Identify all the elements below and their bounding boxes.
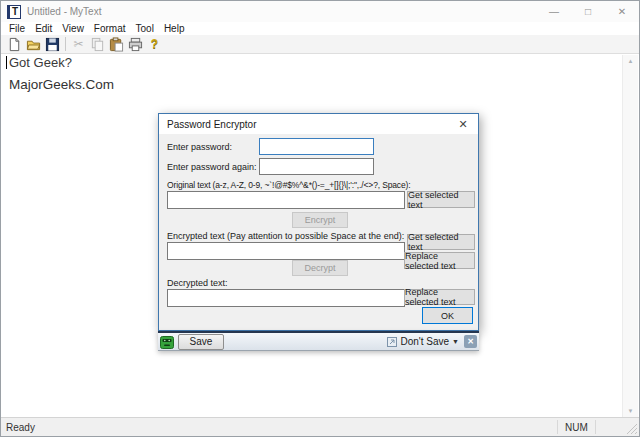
get-selected-text-button-encrypted[interactable]: Get selected text	[407, 234, 475, 250]
copy-button	[88, 36, 107, 53]
document-text-line: Got Geek?	[9, 55, 72, 70]
close-icon: ✕	[618, 6, 626, 17]
dialog-title-bar[interactable]: Password Encryptor ✕	[159, 114, 478, 134]
dialog-close-button[interactable]: ✕	[448, 114, 478, 134]
status-separator	[557, 420, 558, 434]
save-bar-close-icon: ✕	[467, 337, 474, 346]
document-text-line: MajorGeeks.Com	[9, 77, 114, 92]
password-input[interactable]	[259, 138, 374, 155]
paste-button[interactable]	[107, 36, 126, 53]
minimize-button[interactable]: —	[537, 1, 571, 22]
toolbar-separator	[65, 37, 66, 51]
menu-item-view[interactable]: View	[57, 23, 89, 34]
save-button-bar[interactable]: Save	[178, 334, 224, 350]
resize-grip[interactable]	[625, 422, 638, 435]
save-button[interactable]	[43, 36, 62, 53]
status-bar: Ready NUM	[1, 417, 639, 436]
cut-scissors-icon: ✂	[73, 37, 83, 51]
menu-item-tool[interactable]: Tool	[131, 23, 159, 34]
print-printer-icon	[128, 37, 143, 52]
app-icon: T	[7, 5, 21, 19]
app-window: T Untitled - MyText — □ ✕ File Edit View…	[0, 0, 640, 437]
text-caret	[6, 56, 7, 69]
menu-item-help[interactable]: Help	[159, 23, 190, 34]
enter-password-again-label: Enter password again:	[167, 162, 257, 172]
original-text-input[interactable]	[167, 191, 405, 209]
menu-item-edit[interactable]: Edit	[30, 23, 57, 34]
scroll-down-icon[interactable]: ▼	[623, 408, 638, 414]
title-bar: T Untitled - MyText — □ ✕	[1, 1, 639, 22]
save-floppy-icon	[45, 37, 60, 52]
print-button[interactable]	[126, 36, 145, 53]
maximize-icon: □	[585, 6, 591, 17]
password-manager-robot-icon	[160, 335, 174, 349]
dialog-title: Password Encryptor	[167, 119, 256, 130]
encrypted-text-label: Encrypted text (Pay attention to possibl…	[167, 231, 404, 241]
cut-button: ✂	[69, 36, 88, 53]
app-icon-letter: T	[12, 7, 18, 17]
menu-item-format[interactable]: Format	[89, 23, 131, 34]
decrypted-text-label: Decrypted text:	[167, 278, 228, 288]
decrypted-text-input[interactable]	[167, 289, 405, 307]
password-again-input[interactable]	[259, 158, 374, 175]
toolbar: ✂ ?	[1, 35, 639, 54]
ok-button[interactable]: OK	[422, 307, 473, 324]
menu-item-file[interactable]: File	[4, 23, 30, 34]
enter-password-label: Enter password:	[167, 142, 232, 152]
dont-save-group[interactable]: Don't Save ▼ ✕	[386, 335, 479, 348]
help-question-icon: ?	[151, 37, 158, 51]
decrypt-button: Decrypt	[292, 260, 348, 276]
paste-clipboard-icon	[109, 37, 124, 52]
password-encryptor-dialog: Password Encryptor ✕ Enter password: Ent…	[158, 113, 479, 331]
maximize-button[interactable]: □	[571, 1, 605, 22]
status-separator	[595, 420, 596, 434]
num-lock-indicator: NUM	[565, 422, 588, 433]
chevron-down-icon[interactable]: ▼	[452, 338, 459, 345]
open-folder-icon	[26, 37, 41, 52]
new-file-icon	[7, 37, 22, 52]
get-selected-text-button-original[interactable]: Get selected text	[407, 191, 475, 208]
replace-selected-text-button-encrypted[interactable]: Replace selected text	[404, 252, 475, 269]
scroll-up-icon[interactable]: ▲	[623, 58, 638, 64]
help-button[interactable]: ?	[145, 36, 164, 53]
minimize-icon: —	[549, 6, 559, 17]
dialog-close-icon: ✕	[458, 118, 467, 131]
copy-pages-icon	[90, 37, 105, 52]
save-password-bar: Save Don't Save ▼ ✕	[158, 331, 479, 351]
replace-selected-text-button-decrypted[interactable]: Replace selected text	[404, 289, 475, 305]
close-button[interactable]: ✕	[605, 1, 639, 22]
window-title: Untitled - MyText	[27, 6, 101, 17]
vertical-scrollbar[interactable]: ▲ ▼	[622, 55, 638, 417]
open-file-button[interactable]	[24, 36, 43, 53]
dont-save-window-icon	[386, 336, 398, 348]
original-text-label: Original text (a-z, A-Z, 0-9, ~`!@#$%^&*…	[167, 180, 410, 190]
encrypted-text-input[interactable]	[167, 242, 405, 260]
save-bar-close-button[interactable]: ✕	[464, 335, 477, 348]
window-controls: — □ ✕	[537, 1, 639, 22]
status-message: Ready	[6, 422, 35, 433]
dont-save-label[interactable]: Don't Save	[400, 336, 449, 347]
encrypt-button: Encrypt	[292, 212, 348, 228]
menu-bar: File Edit View Format Tool Help	[1, 22, 639, 35]
new-file-button[interactable]	[5, 36, 24, 53]
